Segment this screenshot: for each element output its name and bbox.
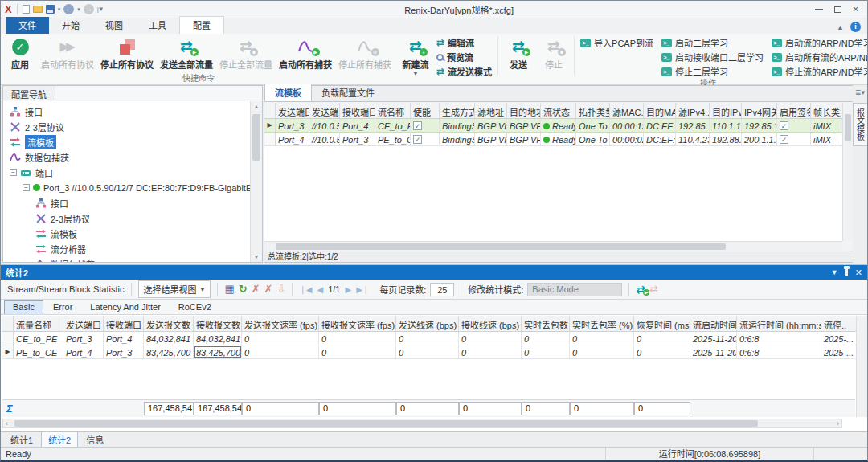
column-header-发送线速 (bps)[interactable]: 发送线速 (bps) [396, 316, 459, 331]
auto-hide-icon[interactable]: ≣▾ [855, 88, 865, 96]
tree-scrollbar[interactable]: ▲ ▼ [250, 101, 262, 262]
column-header-目的地址[interactable]: 目的地址 [507, 103, 541, 118]
column-header-发送端口[interactable]: 发送端口 [63, 316, 104, 331]
stats-tab-Latency And Jitter[interactable]: Latency And Jitter [82, 301, 168, 314]
column-header-发送报文速率 (fps)[interactable]: 发送报文速率 (fps) [242, 316, 319, 331]
select-result-view-button[interactable]: 选择结果视图▼ [138, 280, 211, 298]
command-button-启动二层学习[interactable]: >_启动二层学习 [658, 35, 767, 50]
dock-tab-统计2[interactable]: 统计2 [41, 431, 78, 448]
column-header-实时丢包数[interactable]: 实时丢包数 [522, 316, 570, 331]
tree-item-接口[interactable]: 接口 [3, 104, 250, 119]
tree-item-数据包捕获[interactable]: 数据包捕获 [3, 256, 250, 262]
column-header-流量名称[interactable]: 流量名称 [14, 316, 63, 331]
collapse-expander-icon[interactable]: − [23, 184, 30, 191]
minimize-button[interactable] [815, 9, 823, 10]
column-header-源IPv4..[interactable]: 源IPv4.. [676, 103, 710, 118]
column-header-实时丢包率 (%)[interactable]: 实时丢包率 (%) [570, 316, 634, 331]
stream-table-vscrollbar[interactable] [842, 103, 853, 241]
column-header-接收端口[interactable]: 接收端口 [104, 316, 144, 331]
column-header-发送端..[interactable]: 发送端.. [309, 103, 340, 118]
column-header-源地址[interactable]: 源地址 [475, 103, 507, 118]
info-icon[interactable]: i [850, 22, 861, 32]
table-row[interactable]: Port_4//10.0.5...Port_3PE_to_CE✓BindingS… [264, 133, 843, 146]
stop-button[interactable]: ⇄■停止 [536, 35, 571, 71]
stats-hscrollbar[interactable]: ‹ › [2, 419, 842, 428]
collapse-expander-icon[interactable]: − [10, 169, 17, 176]
back-dropdown-icon[interactable]: ▾ [77, 6, 80, 13]
new-stream-button[interactable]: ⇄+新建流▼ [398, 35, 433, 76]
table-row[interactable]: CE_to_PEPort_3Port_484,032,84184,032,841… [2, 332, 857, 345]
scrollbar-thumb[interactable] [252, 114, 260, 161]
close-panel-icon[interactable]: ✕ [855, 268, 862, 278]
column-header-生成方式[interactable]: 生成方式 [440, 103, 475, 118]
table-row[interactable]: ▶Port_3//10.0.5...Port_4CE_to_PE✓Binding… [264, 119, 843, 133]
scrollbar-thumb[interactable] [14, 420, 758, 427]
column-header-目的MA..[interactable]: 目的MA.. [644, 103, 676, 118]
collapse-ribbon-icon[interactable]: ▲ [837, 23, 844, 31]
column-header-发送报文数[interactable]: 发送报文数 [144, 316, 194, 331]
column-header-接收端口[interactable]: 接收端口 [340, 103, 375, 118]
tree-item-端口[interactable]: −端口 [3, 165, 250, 180]
packet-template-side-tab[interactable]: 报文模板 [853, 103, 868, 146]
export-statistics-icon[interactable]: ⇩ [276, 284, 285, 295]
command-button-启动所有流的ARP/ND学习[interactable]: >_启动所有流的ARP/ND学习 [768, 50, 868, 64]
checkbox-checked-icon[interactable]: ✓ [413, 121, 422, 130]
menu-tab-视图[interactable]: 视图 [92, 17, 136, 34]
checkbox-checked-icon[interactable]: ✓ [780, 135, 788, 144]
clear-all-statistics-icon[interactable]: ✗ [264, 284, 273, 295]
apply-button[interactable]: ✓应用 [2, 35, 38, 71]
stop-capture-button[interactable]: ⊘停止所有捕获 [335, 35, 395, 71]
column-header-源MAC..[interactable]: 源MAC.. [610, 103, 644, 118]
tree-item-流模板[interactable]: 流模板 [3, 134, 250, 149]
last-page-icon[interactable]: ▶❘ [356, 285, 369, 294]
stream-send-mode-button[interactable]: ⇄流发送模式 [433, 64, 495, 79]
command-button-启动接收端口二层学习[interactable]: >_启动接收端口二层学习 [658, 50, 767, 64]
next-page-icon[interactable]: ▶ [345, 285, 351, 294]
command-button-启动流的ARP/ND学习[interactable]: >_启动流的ARP/ND学习 [768, 35, 868, 50]
send-traffic-button[interactable]: ⇄▶发送全部流量 [157, 35, 216, 71]
refresh-icon[interactable]: ↻ [239, 284, 248, 295]
stats-tab-Basic[interactable]: Basic [4, 300, 43, 314]
column-header-流运行时间 (hh:mm:ss)[interactable]: 流运行时间 (hh:mm:ss) [737, 316, 821, 331]
column-header-拓扑类型[interactable]: 拓扑类型 [576, 103, 610, 118]
stream-remove-icon[interactable]: ⇄ [649, 284, 658, 295]
dock-menu-icon[interactable]: ▼ [831, 268, 838, 276]
stream-config-icon[interactable]: ⇄▶ [636, 284, 645, 295]
column-header-IPv4网关[interactable]: IPv4网关 [742, 103, 777, 118]
menu-tab-配置[interactable]: 配置 [179, 16, 224, 34]
stop-traffic-button[interactable]: ⇄■停止全部流量 [216, 35, 276, 71]
tree-item-接口[interactable]: 接口 [3, 195, 250, 211]
command-button-导入PCAP到流[interactable]: >_导入PCAP到流 [577, 35, 657, 50]
scroll-up-icon[interactable]: ▲ [251, 101, 262, 112]
menu-tab-文件[interactable]: 文件 [6, 17, 49, 34]
send-button[interactable]: ⇄▶发送 [501, 35, 536, 71]
tree-item-2-3层协议[interactable]: 2-3层协议 [3, 119, 250, 134]
column-header-流名称[interactable]: 流名称 [375, 103, 411, 118]
dock-tab-统计1[interactable]: 统计1 [4, 432, 39, 448]
column-header-接收报文数[interactable]: 接收报文数 [194, 316, 242, 331]
stats-vscrollbar[interactable] [856, 316, 867, 417]
tree-item-数据包捕获[interactable]: 数据包捕获 [3, 149, 250, 165]
pin-icon[interactable] [845, 269, 848, 276]
command-button-停止二层学习[interactable]: >_停止二层学习 [658, 64, 767, 79]
start-protocols-button[interactable]: ▶▶启动所有协议 [38, 35, 97, 71]
column-header-恢复时间 (ms)[interactable]: 恢复时间 (ms) [634, 316, 690, 331]
quick-access-customize-icon[interactable]: |▼ [97, 6, 104, 13]
scrollbar-thumb[interactable] [845, 114, 851, 141]
statistic-mode-select[interactable]: Basic Mode [527, 283, 622, 296]
column-header-流状态[interactable]: 流状态 [541, 103, 576, 118]
edit-view-icon[interactable]: ▦ [224, 284, 234, 295]
tree-item-Port_3[interactable]: −Port_3 //10.0.5.90/12/7 DC:EF:80:7F:D9:… [3, 180, 250, 195]
edit-stream-button[interactable]: ⇄编辑流 [433, 35, 495, 50]
command-button-停止流的ARP/ND学习[interactable]: >_停止流的ARP/ND学习 [768, 64, 868, 79]
tree-item-流模板[interactable]: 流模板 [3, 226, 250, 241]
checkbox-checked-icon[interactable]: ✓ [413, 135, 422, 144]
column-header-使能[interactable]: 使能 [411, 103, 440, 118]
scroll-down-icon[interactable]: ▼ [251, 251, 262, 262]
restore-button[interactable] [834, 6, 841, 13]
column-header-接收线速 (bps)[interactable]: 接收线速 (bps) [459, 316, 522, 331]
first-page-icon[interactable]: ❘◀ [299, 285, 312, 294]
stats-tab-Error[interactable]: Error [45, 301, 80, 314]
panel-tab-负载配置文件[interactable]: 负载配置文件 [312, 84, 384, 101]
menu-tab-工具[interactable]: 工具 [136, 17, 179, 34]
